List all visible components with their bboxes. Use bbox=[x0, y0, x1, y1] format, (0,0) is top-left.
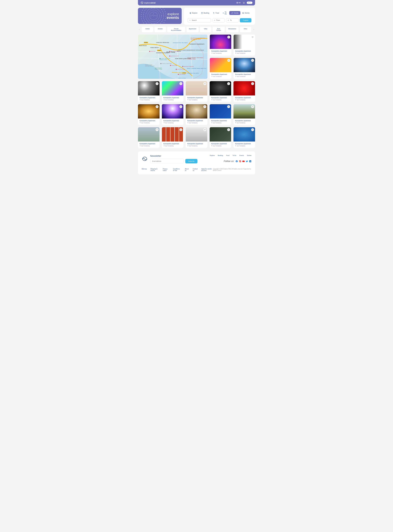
nav-tab-todo[interactable]: To-Do bbox=[221, 10, 229, 16]
user-menu[interactable] bbox=[247, 2, 252, 4]
map-pin-sofia[interactable]: ⬤ Church of Saint Sofia bbox=[160, 63, 172, 64]
chips-next[interactable] bbox=[252, 29, 255, 30]
map-pin-potpesh[interactable]: Beach Potpesh Плажа Потпеш bbox=[155, 67, 162, 70]
map-pin-villa[interactable]: ⬤ Villa Centar Ohrid bbox=[169, 51, 179, 52]
footer-nav-to-do[interactable]: To-Do bbox=[233, 155, 236, 156]
map-pin-lavo[interactable]: ⬤ Apartments LAVO bbox=[169, 55, 179, 57]
listing-card[interactable]: Konstantins Apartment bul.Turisticka bbox=[162, 104, 183, 125]
listing-card[interactable]: Konstantins Apartment bul.Turisticka bbox=[233, 81, 255, 102]
favorite-button[interactable] bbox=[251, 82, 254, 85]
nav-tab-events[interactable]: Events bbox=[229, 11, 240, 15]
listing-card[interactable]: Konstantins Apartment bul.Turisticka bbox=[210, 81, 231, 102]
footer-nav-food[interactable]: Food bbox=[226, 155, 229, 156]
favorite-button[interactable] bbox=[251, 128, 254, 131]
map-pin-theatre[interactable]: ⬤ Ancient Macedonian Theatre of Ohrid bbox=[159, 58, 170, 60]
favorite-button[interactable] bbox=[156, 82, 158, 85]
footer-link-about-us[interactable]: About us bbox=[185, 168, 189, 171]
from-input[interactable] bbox=[216, 19, 223, 21]
chip-apartments[interactable]: Apartments bbox=[187, 27, 199, 32]
card-image bbox=[210, 81, 231, 95]
listing-card[interactable]: Konstantins Apartment bul.Turisticka bbox=[210, 127, 231, 148]
map-pin-garden[interactable]: ⬤ Hotel Garden bbox=[178, 74, 186, 75]
footer-link-privacy-notice[interactable]: Privacy notice bbox=[163, 168, 169, 171]
map[interactable]: Ohrid Охрид LESKAJCA ЛЕСКАЈЦА VOSKA ВОСК… bbox=[138, 34, 207, 79]
nav-tab-stories[interactable]: Stories bbox=[240, 11, 251, 15]
language-switcher[interactable]: MK bbox=[236, 2, 241, 4]
listing-card[interactable]: Konstantins Apartment bul.Turisticka bbox=[162, 81, 183, 102]
footer-nav-events[interactable]: Events bbox=[240, 155, 244, 156]
footer-link-conditions-of-use[interactable]: Conditions of Use bbox=[173, 168, 181, 171]
chip-other[interactable]: Other bbox=[240, 27, 251, 32]
favorite-button[interactable] bbox=[179, 82, 182, 85]
map-pin-centar[interactable]: ⬤ Ohrid centar bbox=[170, 65, 177, 66]
favorite-button[interactable] bbox=[251, 105, 254, 108]
heart-icon bbox=[228, 83, 229, 84]
linkedin-icon[interactable] bbox=[249, 160, 251, 162]
listing-card[interactable]: Konstantins Apartment bul.Turisticka bbox=[234, 34, 255, 56]
listing-card[interactable]: Konstantins Apartment bul.Turisticka bbox=[210, 58, 231, 79]
map-pin-biljana[interactable]: Biljana's Springs bbox=[178, 78, 186, 79]
listing-card[interactable]: Konstantins Apartment bul.Turisticka bbox=[233, 104, 255, 125]
twitter-icon[interactable] bbox=[246, 160, 248, 162]
footer-link-contact-us[interactable]: Contact us bbox=[193, 168, 198, 171]
favorite-button[interactable] bbox=[203, 128, 206, 131]
to-input[interactable] bbox=[230, 19, 237, 21]
footer-nav-explore[interactable]: Explore bbox=[210, 155, 215, 156]
cart-button[interactable] bbox=[243, 2, 245, 4]
listing-card[interactable]: Konstantins Apartment bul.Turisticka bbox=[210, 34, 231, 56]
favorite-button[interactable] bbox=[179, 128, 182, 131]
favorite-button[interactable] bbox=[227, 128, 230, 131]
footer-nav-stories[interactable]: Stories bbox=[247, 155, 251, 156]
listing-card[interactable]: Konstantins Apartment bul.Turisticka bbox=[186, 127, 207, 148]
from-input-wrap[interactable] bbox=[212, 18, 225, 22]
listing-card[interactable]: Konstantins Apartment bul.Turisticka bbox=[138, 104, 160, 125]
map-pin-tino[interactable]: ⬤ Hotel Tino & Spa bbox=[176, 69, 185, 70]
chip-monasteries[interactable]: Monasteries bbox=[226, 27, 239, 32]
explore-button[interactable]: Explore bbox=[240, 18, 251, 22]
listing-card[interactable]: Konstantins Apartment bul.Turisticka bbox=[186, 104, 207, 125]
chip-hostels[interactable]: Hostels bbox=[154, 27, 166, 32]
favorite-button[interactable] bbox=[227, 36, 230, 39]
chips-prev[interactable] bbox=[138, 29, 141, 30]
subscribe-button[interactable]: Subscribe bbox=[185, 159, 197, 163]
listing-card[interactable]: Konstantins Apartment bul.Turisticka bbox=[186, 81, 207, 102]
map-pin-john[interactable]: Church of Saint John the Theologian bbox=[145, 64, 154, 67]
favorite-button[interactable] bbox=[179, 105, 182, 108]
listing-card[interactable]: Konstantins Apartment bul.Turisticka bbox=[138, 81, 160, 102]
favorite-button[interactable] bbox=[227, 105, 230, 108]
newsletter-email-input[interactable] bbox=[150, 159, 184, 163]
chip-private-accommodation[interactable]: Private Accommodation bbox=[167, 27, 185, 32]
map-pin-mizo[interactable]: ⬤ Hotel Mizo bbox=[149, 51, 156, 52]
footer-link-apply-for-vendor-account[interactable]: Apply for vendor account bbox=[201, 168, 213, 171]
facebook-icon[interactable] bbox=[236, 160, 238, 162]
chip-villas[interactable]: Villas bbox=[200, 27, 211, 32]
nav-tab-explore[interactable]: Explore bbox=[188, 11, 199, 15]
youtube-icon[interactable] bbox=[242, 160, 245, 162]
search-input[interactable] bbox=[192, 19, 209, 21]
favorite-button[interactable] bbox=[251, 36, 254, 39]
listing-card[interactable]: Konstantins Apartment bul.Turisticka bbox=[162, 127, 183, 148]
listing-card[interactable]: Konstantins Apartment bul.Turisticka bbox=[234, 58, 255, 79]
favorite-button[interactable] bbox=[227, 82, 230, 85]
favorite-button[interactable] bbox=[156, 105, 158, 108]
favorite-button[interactable] bbox=[203, 82, 206, 85]
chip-auto-camps[interactable]: Auto Camps bbox=[213, 27, 225, 32]
brand-logo[interactable]: exploreohrid bbox=[141, 1, 156, 4]
map-pin-magnolija[interactable]: ⬤ Apartments Magnolija bbox=[182, 66, 194, 67]
listing-card[interactable]: Konstantins Apartment bul.Turisticka bbox=[233, 127, 255, 148]
chip-hotels[interactable]: Hotels bbox=[142, 27, 153, 32]
favorite-button[interactable] bbox=[203, 105, 206, 108]
nav-tab-food[interactable]: Food bbox=[211, 11, 221, 15]
favorite-button[interactable] bbox=[251, 59, 254, 62]
favorite-button[interactable] bbox=[227, 59, 230, 62]
listing-card[interactable]: Konstantins Apartment bul.Turisticka bbox=[138, 127, 160, 148]
footer-nav-booking[interactable]: Booking bbox=[218, 155, 223, 156]
to-input-wrap[interactable] bbox=[226, 18, 239, 22]
search-input-wrap[interactable] bbox=[188, 18, 211, 22]
footer-link-shipping-returns[interactable]: Shipping & returns bbox=[150, 168, 159, 171]
favorite-button[interactable] bbox=[156, 128, 158, 131]
footer-link-sitemap[interactable]: Sitemap bbox=[142, 168, 147, 171]
instagram-icon[interactable] bbox=[239, 160, 241, 162]
listing-card[interactable]: Konstantins Apartment bul.Turisticka bbox=[210, 104, 231, 125]
nav-tab-booking[interactable]: Booking bbox=[199, 11, 211, 15]
